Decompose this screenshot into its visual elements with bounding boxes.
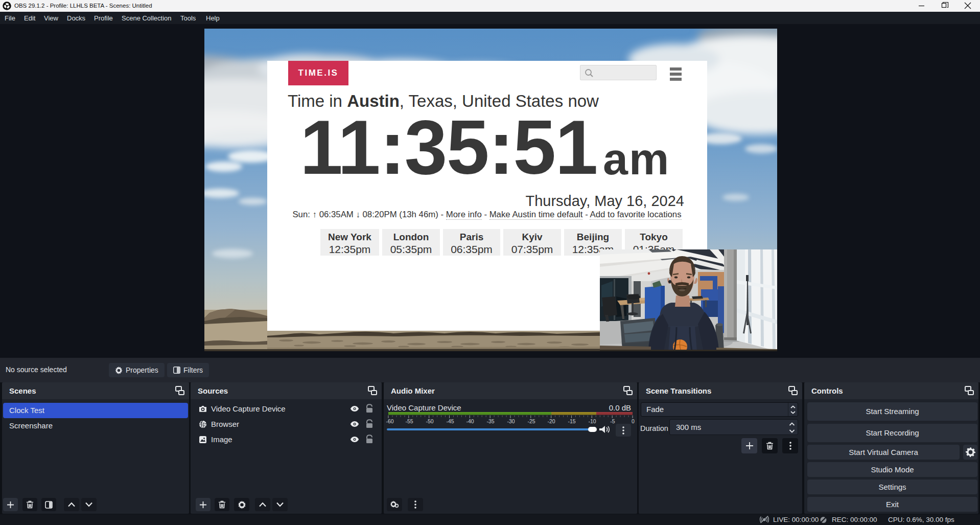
- svg-text:-30: -30: [507, 418, 515, 424]
- svg-text:0: 0: [632, 418, 635, 424]
- svg-text:-45: -45: [446, 418, 454, 424]
- svg-text:-20: -20: [547, 418, 555, 424]
- svg-text:-35: -35: [486, 418, 494, 424]
- svg-text:-50: -50: [426, 418, 433, 424]
- svg-text:-15: -15: [568, 418, 575, 424]
- svg-text:-25: -25: [527, 418, 535, 424]
- svg-text:-5: -5: [610, 418, 615, 424]
- svg-text:-40: -40: [466, 418, 474, 424]
- svg-text:-10: -10: [588, 418, 596, 424]
- svg-text:-55: -55: [405, 418, 413, 424]
- svg-text:-60: -60: [386, 418, 393, 424]
